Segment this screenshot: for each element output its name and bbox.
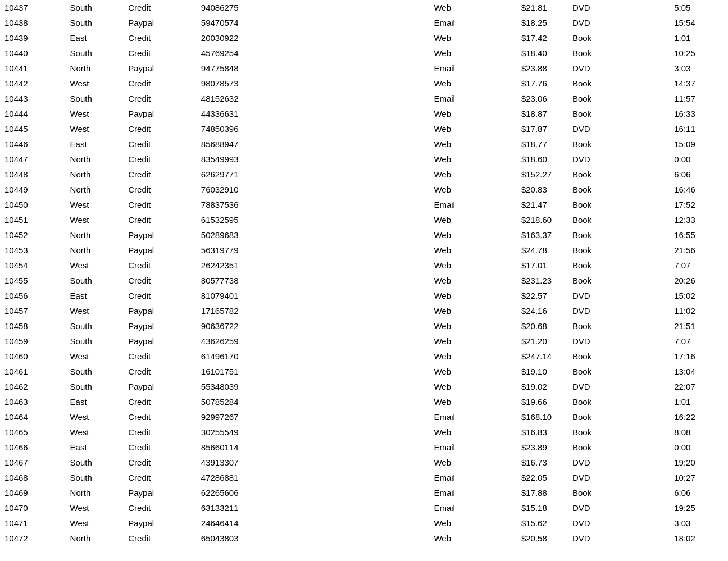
table-row: 10472 North Credit 65043803 Web $20.58 D… (0, 531, 728, 546)
cell-region: North (66, 531, 124, 546)
cell-time: 1:01 (670, 394, 728, 409)
cell-payment: Credit (124, 349, 197, 364)
cell-payment: Credit (124, 91, 197, 106)
cell-time: 0:00 (670, 440, 728, 455)
cell-time: 16:11 (670, 121, 728, 136)
cell-time: 13:04 (670, 364, 728, 379)
cell-type: DVD (568, 531, 612, 546)
cell-account: 74850396 (197, 121, 313, 136)
cell-type: Book (568, 182, 612, 197)
table-row: 10451 West Credit 61532595 Web $218.60 B… (0, 212, 728, 227)
table-row: 10447 North Credit 83549993 Web $18.60 D… (0, 152, 728, 167)
cell-spacer (313, 227, 429, 243)
cell-spacer (313, 182, 429, 197)
cell-account: 85660114 (197, 440, 313, 455)
cell-spacer (313, 349, 429, 364)
table-row: 10443 South Credit 48152632 Email $23.06… (0, 91, 728, 106)
cell-type: Book (568, 76, 612, 91)
cell-time: 11:02 (670, 303, 728, 318)
cell-payment: Credit (124, 152, 197, 167)
cell-account: 94775848 (197, 61, 313, 76)
cell-amount: $21.20 (517, 334, 568, 349)
table-row: 10445 West Credit 74850396 Web $17.87 DV… (0, 121, 728, 136)
cell-amount: $247.14 (517, 349, 568, 364)
cell-time: 19:20 (670, 455, 728, 470)
cell-payment: Paypal (124, 318, 197, 334)
cell-amount: $15.62 (517, 516, 568, 531)
cell-amount: $21.47 (517, 197, 568, 212)
cell-spacer (313, 516, 429, 531)
table-row: 10441 North Paypal 94775848 Email $23.88… (0, 61, 728, 76)
cell-spacer2 (612, 349, 670, 364)
cell-type: Book (568, 136, 612, 152)
cell-type: DVD (568, 379, 612, 394)
cell-account: 98078573 (197, 76, 313, 91)
cell-id: 10439 (0, 30, 66, 45)
cell-id: 10444 (0, 106, 66, 121)
cell-id: 10438 (0, 15, 66, 30)
cell-channel: Email (429, 485, 516, 500)
cell-account: 43626259 (197, 334, 313, 349)
cell-channel: Email (429, 15, 516, 30)
cell-payment: Paypal (124, 379, 197, 394)
cell-account: 62265606 (197, 485, 313, 500)
cell-payment: Paypal (124, 485, 197, 500)
table-row: 10469 North Paypal 62265606 Email $17.88… (0, 485, 728, 500)
cell-region: South (66, 0, 124, 15)
cell-spacer (313, 425, 429, 440)
cell-amount: $18.25 (517, 15, 568, 30)
cell-amount: $19.66 (517, 394, 568, 409)
cell-region: North (66, 61, 124, 76)
cell-channel: Web (429, 455, 516, 470)
cell-id: 10446 (0, 136, 66, 152)
cell-account: 61496170 (197, 349, 313, 364)
cell-spacer (313, 394, 429, 409)
cell-type: DVD (568, 455, 612, 470)
cell-payment: Paypal (124, 106, 197, 121)
cell-spacer (313, 409, 429, 425)
cell-amount: $163.37 (517, 227, 568, 243)
cell-time: 16:46 (670, 182, 728, 197)
cell-payment: Credit (124, 470, 197, 485)
cell-spacer2 (612, 227, 670, 243)
cell-id: 10459 (0, 334, 66, 349)
cell-amount: $20.83 (517, 182, 568, 197)
cell-amount: $17.01 (517, 258, 568, 273)
cell-account: 65043803 (197, 531, 313, 546)
cell-amount: $18.87 (517, 106, 568, 121)
cell-region: West (66, 76, 124, 91)
cell-spacer (313, 364, 429, 379)
cell-id: 10456 (0, 288, 66, 303)
cell-type: Book (568, 394, 612, 409)
cell-channel: Web (429, 212, 516, 227)
cell-id: 10457 (0, 303, 66, 318)
cell-spacer2 (612, 273, 670, 288)
cell-type: Book (568, 30, 612, 45)
cell-account: 26242351 (197, 258, 313, 273)
table-row: 10459 South Paypal 43626259 Web $21.20 D… (0, 334, 728, 349)
cell-time: 16:33 (670, 106, 728, 121)
cell-spacer (313, 91, 429, 106)
cell-type: DVD (568, 0, 612, 15)
cell-time: 6:06 (670, 485, 728, 500)
cell-account: 55348039 (197, 379, 313, 394)
cell-spacer2 (612, 136, 670, 152)
cell-type: DVD (568, 334, 612, 349)
cell-payment: Credit (124, 455, 197, 470)
cell-channel: Web (429, 106, 516, 121)
cell-type: DVD (568, 288, 612, 303)
table-row: 10466 East Credit 85660114 Email $23.89 … (0, 440, 728, 455)
table-row: 10465 West Credit 30255549 Web $16.83 Bo… (0, 425, 728, 440)
cell-region: South (66, 334, 124, 349)
cell-channel: Web (429, 243, 516, 258)
cell-spacer2 (612, 455, 670, 470)
cell-payment: Paypal (124, 334, 197, 349)
cell-channel: Web (429, 45, 516, 61)
cell-type: Book (568, 258, 612, 273)
cell-amount: $19.02 (517, 379, 568, 394)
cell-spacer (313, 212, 429, 227)
cell-amount: $22.57 (517, 288, 568, 303)
cell-time: 8:08 (670, 425, 728, 440)
cell-spacer (313, 470, 429, 485)
cell-amount: $24.78 (517, 243, 568, 258)
